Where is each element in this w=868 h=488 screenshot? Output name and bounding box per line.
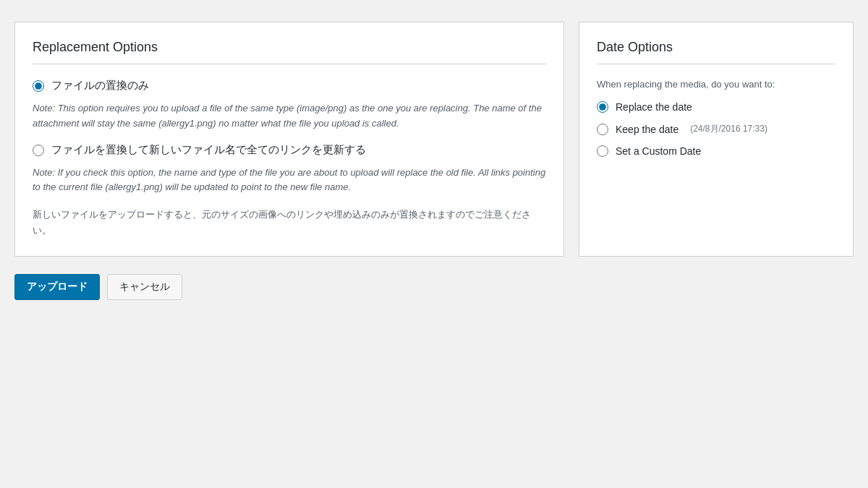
replace-file-only-row: ファイルの置換のみ [33, 79, 546, 93]
date-options-title: Date Options [597, 40, 835, 64]
replacement-options-panel: Replacement Options ファイルの置換のみ Note: This… [14, 22, 564, 257]
replace-file-only-label[interactable]: ファイルの置換のみ [51, 79, 149, 93]
replace-and-update-links-radio[interactable] [33, 145, 44, 156]
replace-and-update-links-note-jp: 新しいファイルをアップロードすると、元のサイズの画像へのリンクや埋め込みのみが置… [33, 207, 546, 239]
date-options-description: When replacing the media, do you want to… [597, 79, 835, 90]
keep-date-label[interactable]: Keep the date [616, 124, 678, 135]
cancel-button[interactable]: キャンセル [107, 274, 182, 300]
replace-and-update-links-note: Note: If you check this option, the name… [33, 166, 546, 196]
replacement-options-title: Replacement Options [33, 40, 546, 64]
keep-date-hint: (24/8月/2016 17:33) [690, 123, 767, 135]
replace-and-update-links-label[interactable]: ファイルを置換して新しいファイル名で全てのリンクを更新する [51, 143, 366, 157]
replace-and-update-links-row: ファイルを置換して新しいファイル名で全てのリンクを更新する [33, 143, 546, 157]
footer-buttons: アップロード キャンセル [14, 274, 854, 300]
replace-date-label[interactable]: Replace the date [616, 101, 692, 113]
replace-file-only-radio[interactable] [33, 80, 44, 92]
replace-date-row: Replace the date [597, 101, 835, 113]
keep-date-row: Keep the date (24/8月/2016 17:33) [597, 123, 835, 135]
custom-date-label[interactable]: Set a Custom Date [616, 145, 701, 157]
upload-button[interactable]: アップロード [14, 274, 100, 300]
date-options-panel: Date Options When replacing the media, d… [579, 22, 854, 257]
custom-date-radio[interactable] [597, 145, 608, 157]
replace-file-only-note: Note: This option requires you to upload… [33, 101, 546, 132]
replace-date-radio[interactable] [597, 101, 608, 113]
keep-date-radio[interactable] [597, 124, 608, 135]
custom-date-row: Set a Custom Date [597, 145, 835, 157]
